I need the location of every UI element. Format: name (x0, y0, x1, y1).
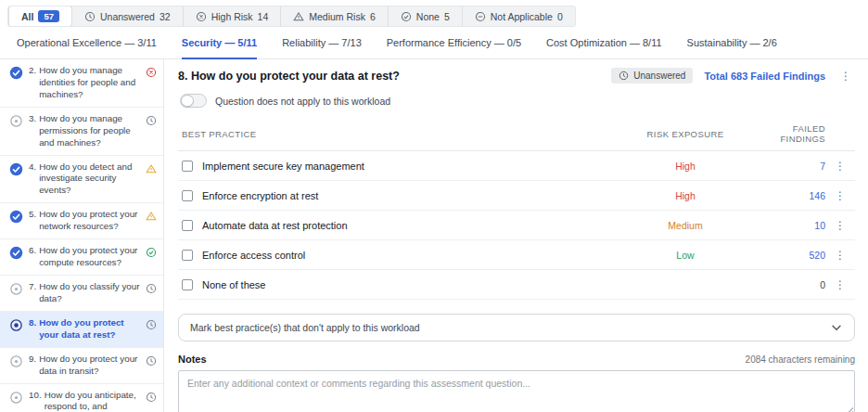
pillar-tab-label: Cost Optimization — 8/11 (546, 37, 662, 48)
best-practice-checkbox[interactable] (182, 161, 193, 172)
pillar-tab[interactable]: Reliability — 7/13 (282, 37, 362, 59)
clock-icon (146, 355, 157, 367)
question-detail-panel: 8. How do you protect your data at rest?… (164, 59, 868, 412)
row-menu-kebab-icon[interactable]: ⋮ (825, 220, 855, 231)
row-menu-kebab-icon[interactable]: ⋮ (825, 161, 855, 172)
question-list-item[interactable]: 5. How do you protect your network resou… (0, 203, 163, 239)
characters-remaining: 2084 characters remaining (746, 354, 855, 365)
filter-chip[interactable]: Medium Risk 6 (280, 6, 388, 26)
best-practice-checkbox[interactable] (182, 190, 193, 201)
table-row: None of these 0 ⋮ (178, 270, 855, 300)
filter-label: None (416, 11, 440, 22)
question-text: How do you detect and investigate securi… (39, 161, 140, 198)
pillar-tab-label: Operational Excellence — 3/11 (17, 37, 157, 48)
triangle-warning-icon (293, 11, 304, 22)
risk-exposure-value: Low (616, 250, 755, 261)
question-list-item[interactable]: 9. How do you protect your data in trans… (0, 348, 163, 384)
best-practice-label: Automate data at rest protection (202, 220, 348, 231)
total-failed-findings-link[interactable]: Total 683 Failed Findings (704, 71, 825, 82)
row-menu-kebab-icon[interactable]: ⋮ (825, 190, 855, 201)
risk-exposure-value: Medium (616, 220, 755, 231)
table-row: Implement secure key management High 7 ⋮ (178, 151, 855, 181)
failed-findings-count[interactable]: 10 (755, 220, 825, 231)
page-title: 8. How do you protect your data at rest? (178, 70, 611, 83)
question-list-item[interactable]: 3. How do you manage permissions for peo… (0, 108, 163, 156)
question-number: 6. (29, 245, 36, 269)
notes-input[interactable] (178, 370, 855, 412)
filter-chip[interactable]: Not Applicable 0 (462, 6, 575, 26)
pillar-tab[interactable]: Cost Optimization — 8/11 (546, 37, 662, 59)
question-number: 5. (29, 209, 36, 233)
table-header-row: BEST PRACTICE RISK EXPOSURE FAILED FINDI… (178, 116, 855, 151)
question-list-item[interactable]: 6. How do you protect your compute resou… (0, 239, 163, 276)
best-practice-checkbox[interactable] (182, 279, 193, 290)
best-practice-checkbox[interactable] (182, 220, 193, 231)
filter-chip[interactable]: All 57 (8, 6, 71, 26)
filter-chip[interactable]: None 5 (388, 6, 462, 26)
filter-segmented-control: All 57 Unanswered 32 High Risk 14 Medium… (7, 6, 576, 27)
question-list-item[interactable]: 2. How do you manage identities for peop… (0, 59, 163, 108)
question-text: How do you manage identities for people … (39, 65, 140, 101)
pillar-tab-label: Security — 5/11 (182, 37, 257, 48)
failed-findings-count[interactable]: 0 (755, 279, 825, 290)
filter-count: 57 (38, 10, 59, 22)
clock-icon (146, 115, 157, 126)
question-text: How do you anticipate, respond to, and r… (45, 390, 140, 412)
filter-count: 6 (370, 11, 376, 22)
expander-label: Mark best practice(s) that don't apply t… (190, 322, 830, 333)
question-number: 9. (29, 354, 36, 378)
circle-check-icon (401, 11, 412, 22)
top-filter-bar: All 57 Unanswered 32 High Risk 14 Medium… (0, 0, 868, 27)
pillar-tab[interactable]: Operational Excellence — 3/11 (17, 37, 157, 59)
question-not-apply-toggle[interactable] (180, 94, 207, 108)
question-list-item[interactable]: 4. How do you detect and investigate sec… (0, 156, 163, 204)
mark-not-apply-expander[interactable]: Mark best practice(s) that don't apply t… (178, 314, 855, 341)
not-applicable-toggle-row: Question does not apply to this workload (180, 94, 855, 108)
question-list-item[interactable]: 8. How do you protect your data at rest? (0, 312, 163, 348)
pillar-tab-label: Reliability — 7/13 (282, 37, 362, 48)
row-menu-kebab-icon[interactable]: ⋮ (825, 250, 855, 261)
question-list-item[interactable]: 7. How do you classify your data? (0, 276, 163, 312)
best-practice-checkbox[interactable] (182, 250, 193, 261)
triangle-warning-icon (146, 163, 157, 174)
chevron-down-icon (830, 321, 843, 334)
question-text: How do you protect your compute resource… (39, 245, 140, 269)
table-row: Enforce access control Low 520 ⋮ (178, 240, 855, 270)
failed-findings-count[interactable]: 146 (755, 190, 825, 201)
filter-chip[interactable]: High Risk 14 (183, 6, 281, 26)
pillar-tab[interactable]: Performance Efficiency — 0/5 (387, 37, 521, 59)
notes-header: Notes 2084 characters remaining (178, 354, 855, 365)
notes-label: Notes (178, 354, 746, 365)
filter-count: 14 (258, 11, 269, 22)
filter-chip[interactable]: Unanswered 32 (71, 6, 183, 26)
col-header-failed-findings: FAILED FINDINGS (755, 123, 825, 144)
check-solid-icon (9, 66, 23, 80)
question-text: How do you protect your data at rest? (39, 317, 140, 341)
best-practice-label: None of these (202, 279, 266, 290)
radio-icon (9, 354, 23, 368)
radio-active-icon (9, 318, 23, 332)
pillar-tab[interactable]: Security — 5/11 (182, 37, 257, 59)
assessment-app: All 57 Unanswered 32 High Risk 14 Medium… (0, 0, 868, 412)
radio-icon (9, 391, 23, 405)
failed-findings-count[interactable]: 7 (755, 161, 825, 172)
pillar-tab[interactable]: Sustainability — 2/6 (687, 37, 777, 59)
col-header-best-practice: BEST PRACTICE (182, 129, 616, 139)
filter-label: Medium Risk (309, 11, 365, 22)
pillar-tab-label: Performance Efficiency — 0/5 (387, 37, 521, 48)
clock-icon (619, 71, 629, 81)
status-badge-label: Unanswered (633, 71, 685, 81)
circle-minus-icon (475, 11, 486, 22)
failed-findings-count[interactable]: 520 (755, 250, 825, 261)
question-menu-kebab-icon[interactable]: ⋮ (836, 71, 855, 82)
question-number: 4. (29, 161, 36, 198)
col-header-risk-exposure: RISK EXPOSURE (616, 129, 755, 139)
filter-label: Not Applicable (491, 11, 553, 22)
risk-exposure-value: High (616, 161, 755, 172)
triangle-warning-icon (146, 211, 157, 222)
question-list-item[interactable]: 10. How do you anticipate, respond to, a… (0, 384, 163, 412)
row-menu-kebab-icon[interactable]: ⋮ (825, 279, 855, 290)
content-row: 2. How do you manage identities for peop… (0, 59, 868, 412)
clock-icon (146, 392, 157, 403)
filter-count: 32 (160, 11, 171, 22)
